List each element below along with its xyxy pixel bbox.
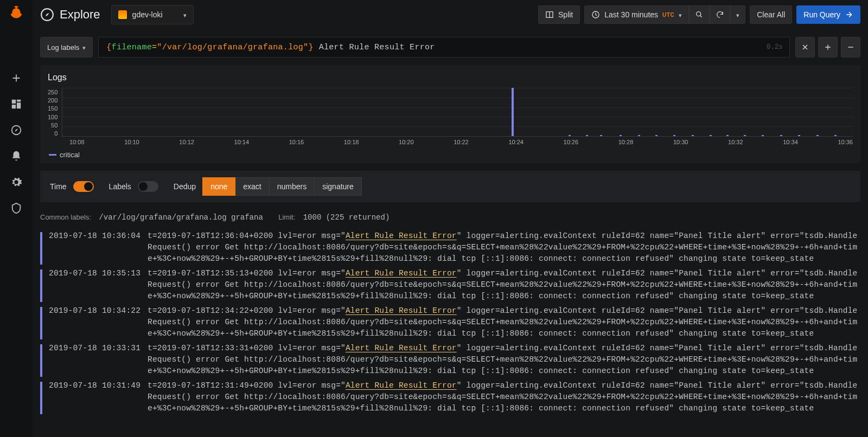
time-toggle-label: Time: [50, 182, 67, 191]
legend-label: critical: [60, 151, 80, 159]
dashboards-icon[interactable]: [10, 98, 23, 111]
log-timestamp: 2019-07-18 10:31:49: [49, 380, 141, 414]
common-labels-label: Common labels:: [40, 213, 91, 221]
log-row[interactable]: 2019-07-18 10:36:04t=2019-07-18T12:36:04…: [40, 230, 860, 265]
log-labels-button[interactable]: Log labels: [40, 37, 93, 57]
chevron-down-icon: [679, 10, 682, 19]
dedup-none-button[interactable]: none: [202, 177, 235, 196]
exec-time: 0.2s: [767, 43, 783, 51]
alerting-icon[interactable]: [10, 150, 23, 163]
remove-query-button[interactable]: [841, 37, 860, 57]
dedup-numbers-button[interactable]: numbers: [270, 177, 315, 196]
refresh-button[interactable]: [710, 5, 730, 24]
chevron-down-icon: [183, 10, 187, 19]
loki-icon: [118, 10, 127, 19]
dedup-signature-button[interactable]: signature: [315, 177, 362, 196]
server-admin-icon[interactable]: [10, 202, 23, 215]
split-button[interactable]: Split: [538, 5, 580, 24]
time-range-label: Last 30 minutes: [604, 10, 658, 19]
log-controls: Time Labels Dedup noneexactnumberssignat…: [40, 171, 860, 202]
log-message: t=2019-07-18T12:33:31+0200 lvl=eror msg=…: [148, 343, 860, 377]
utc-badge: UTC: [662, 12, 674, 18]
log-row[interactable]: 2019-07-18 10:35:13t=2019-07-18T12:35:13…: [40, 268, 860, 302]
dedup-label: Dedup: [174, 182, 196, 191]
topbar: Explore gdev-loki Split Last 30 minutes …: [33, 0, 868, 29]
log-timestamp: 2019-07-18 10:33:31: [49, 343, 141, 377]
run-query-label: Run Query: [803, 10, 840, 19]
log-row[interactable]: 2019-07-18 10:33:31t=2019-07-18T12:33:31…: [40, 343, 860, 377]
query-filter: Alert Rule Result Error: [319, 43, 435, 52]
log-level-bar: [40, 232, 42, 265]
common-labels-value: /var/log/grafana/grafana.log grafana: [99, 213, 263, 222]
datasource-select[interactable]: gdev-loki: [111, 5, 194, 24]
panel-title: Logs: [48, 73, 853, 82]
log-level-bar: [40, 382, 42, 414]
clear-query-button[interactable]: [795, 37, 815, 57]
limit-value: 1000 (225 returned): [303, 213, 390, 222]
log-message: t=2019-07-18T12:35:13+0200 lvl=eror msg=…: [148, 268, 860, 302]
logs-panel: Logs 250200150100500 10:0810:1010:1210:1…: [40, 65, 860, 163]
global-sidebar: [0, 0, 33, 437]
chevron-down-icon: [736, 10, 739, 19]
chart-x-axis: 10:0810:1010:1210:1410:1610:1810:2010:22…: [69, 137, 853, 145]
legend-swatch: [49, 154, 56, 156]
log-level-bar: [40, 307, 42, 339]
configuration-icon[interactable]: [10, 176, 23, 189]
log-list: 2019-07-18 10:36:04t=2019-07-18T12:36:04…: [40, 230, 860, 414]
log-level-bar: [40, 344, 42, 377]
log-timestamp: 2019-07-18 10:35:13: [49, 268, 141, 302]
labels-toggle[interactable]: [138, 181, 158, 192]
add-query-button[interactable]: [818, 37, 838, 57]
zoom-out-button[interactable]: [689, 5, 710, 24]
main-area: Explore gdev-loki Split Last 30 minutes …: [33, 0, 868, 437]
chart-y-axis: 250200150100500: [48, 88, 58, 137]
log-message: t=2019-07-18T12:34:22+0200 lvl=eror msg=…: [148, 305, 860, 339]
explore-icon[interactable]: [10, 124, 23, 137]
run-query-button[interactable]: Run Query: [796, 5, 860, 24]
dedup-segmented: noneexactnumberssignature: [202, 177, 362, 196]
query-row: Log labels {filename="/var/log/grafana/g…: [40, 37, 860, 57]
log-message: t=2019-07-18T12:36:04+0200 lvl=eror msg=…: [148, 230, 860, 265]
compass-icon: [40, 8, 54, 22]
log-timestamp: 2019-07-18 10:34:22: [49, 305, 141, 339]
dedup-exact-button[interactable]: exact: [235, 177, 269, 196]
page-title: Explore: [60, 8, 100, 22]
chart-bars: [62, 88, 853, 137]
log-histogram[interactable]: 250200150100500: [48, 88, 853, 137]
refresh-interval-button[interactable]: [730, 5, 745, 24]
log-timestamp: 2019-07-18 10:36:04: [49, 230, 141, 265]
time-range-button[interactable]: Last 30 minutes UTC: [584, 5, 689, 24]
query-input[interactable]: {filename="/var/log/grafana/grafana.log"…: [98, 37, 790, 57]
limit-label: Limit:: [278, 213, 295, 221]
log-row[interactable]: 2019-07-18 10:34:22t=2019-07-18T12:34:22…: [40, 305, 860, 339]
split-label: Split: [558, 10, 573, 19]
chart-legend: critical: [49, 151, 853, 159]
log-message: t=2019-07-18T12:31:49+0200 lvl=eror msg=…: [148, 380, 860, 414]
log-level-bar: [40, 269, 42, 302]
time-toggle[interactable]: [73, 181, 94, 192]
log-row[interactable]: 2019-07-18 10:31:49t=2019-07-18T12:31:49…: [40, 380, 860, 414]
meta-row: Common labels: /var/log/grafana/grafana.…: [40, 210, 860, 223]
log-labels-label: Log labels: [47, 43, 79, 52]
grafana-logo[interactable]: [7, 4, 26, 24]
create-icon[interactable]: [10, 72, 23, 85]
clear-all-label: Clear All: [757, 10, 785, 19]
labels-toggle-label: Labels: [109, 182, 131, 191]
clear-all-button[interactable]: Clear All: [750, 5, 792, 24]
chevron-down-icon: [82, 43, 86, 52]
datasource-name: gdev-loki: [132, 10, 163, 19]
